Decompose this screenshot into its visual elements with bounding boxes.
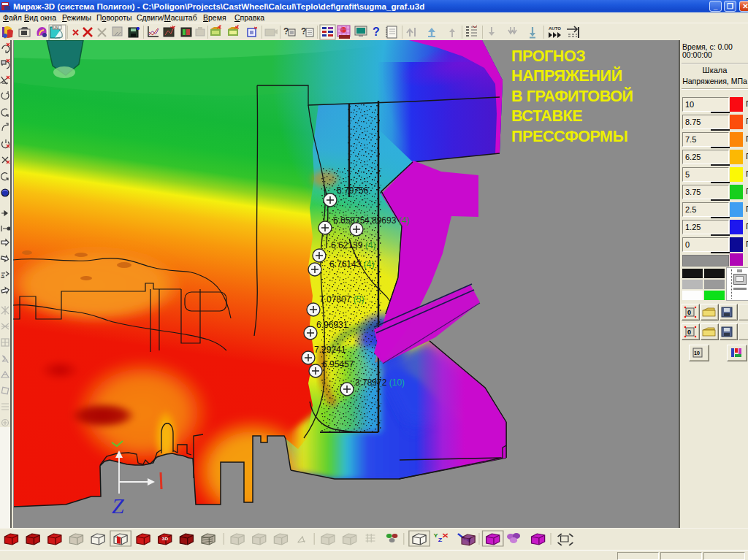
svg-text:0: 0 bbox=[687, 329, 691, 336]
svg-text:7.07807 (5): 7.07807 (5) bbox=[319, 294, 364, 304]
svg-text:6.79756: 6.79756 bbox=[337, 185, 369, 196]
svg-text:10: 10 bbox=[694, 350, 700, 356]
svg-text:6.95457: 6.95457 bbox=[322, 359, 354, 369]
svg-text:?: ? bbox=[283, 26, 289, 37]
svg-text:4.89693 (4): 4.89693 (4) bbox=[365, 215, 409, 226]
svg-text:6.76143 (4): 6.76143 (4) bbox=[329, 259, 374, 269]
svg-text:7.29241: 7.29241 bbox=[314, 345, 346, 355]
svg-text:0: 0 bbox=[687, 309, 691, 316]
svg-text:3.78972 (10): 3.78972 (10) bbox=[355, 377, 405, 388]
svg-text:Z: Z bbox=[438, 537, 443, 543]
svg-text:AUTO: AUTO bbox=[549, 26, 561, 31]
svg-text:3D: 3D bbox=[162, 537, 168, 541]
svg-text:6.65875: 6.65875 bbox=[333, 215, 365, 226]
svg-text:6.96931: 6.96931 bbox=[316, 320, 348, 330]
svg-text:UNI: UNI bbox=[53, 26, 59, 30]
svg-text:5: 5 bbox=[1, 274, 4, 279]
svg-text:6.62139 (4): 6.62139 (4) bbox=[331, 240, 375, 250]
svg-text:?: ? bbox=[301, 26, 306, 37]
svg-text:?: ? bbox=[373, 26, 380, 38]
svg-text:Z: Z bbox=[112, 494, 124, 518]
